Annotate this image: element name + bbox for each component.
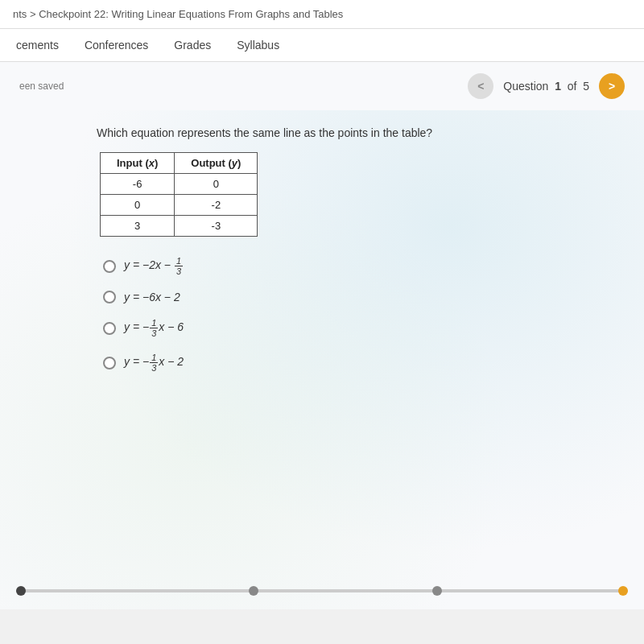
table-row: 3-3 bbox=[101, 216, 258, 237]
radio-c[interactable] bbox=[103, 322, 116, 335]
question-body: Which equation represents the same line … bbox=[0, 110, 644, 390]
data-table: Input (x) Output (y) -600-23-3 bbox=[100, 152, 258, 237]
nav-tabs: cements Conferences Grades Syllabus bbox=[0, 29, 644, 62]
tab-conferences[interactable]: Conferences bbox=[85, 39, 148, 61]
progress-dot-mid2 bbox=[432, 586, 442, 596]
saved-status: een saved bbox=[19, 80, 64, 92]
table-header-x: Input (x) bbox=[101, 153, 175, 174]
prev-question-button[interactable]: < bbox=[468, 73, 493, 99]
choice-d[interactable]: y = −13x − 2 bbox=[103, 353, 580, 373]
question-label: Question 1 of 5 bbox=[503, 80, 589, 93]
tab-grades[interactable]: Grades bbox=[174, 39, 211, 61]
question-nav: < Question 1 of 5 > bbox=[468, 73, 625, 99]
choice-a-text: y = −2x − 13 bbox=[124, 256, 184, 276]
progress-bar bbox=[0, 588, 644, 593]
progress-dot-end bbox=[618, 586, 628, 596]
radio-a[interactable] bbox=[103, 260, 116, 273]
answer-choices: y = −2x − 13 y = −6x − 2 y = −13x − 6 bbox=[103, 256, 580, 374]
question-text: Which equation represents the same line … bbox=[97, 126, 580, 139]
choice-a[interactable]: y = −2x − 13 bbox=[103, 256, 580, 276]
progress-track bbox=[16, 589, 628, 592]
chevron-left-icon: < bbox=[477, 80, 484, 93]
next-question-button[interactable]: > bbox=[599, 73, 625, 99]
choice-b-text: y = −6x − 2 bbox=[124, 291, 180, 303]
chevron-right-icon: > bbox=[609, 80, 615, 93]
choice-b[interactable]: y = −6x − 2 bbox=[103, 291, 580, 303]
breadcrumb: nts > Checkpoint 22: Writing Linear Equa… bbox=[0, 0, 644, 29]
table-row: -60 bbox=[101, 174, 258, 195]
main-content: een saved < Question 1 of 5 > Which equa… bbox=[0, 62, 644, 609]
choice-c[interactable]: y = −13x − 6 bbox=[103, 318, 580, 338]
tab-assignments[interactable]: cements bbox=[16, 39, 59, 61]
table-header-y: Output (y) bbox=[175, 153, 258, 174]
radio-b[interactable] bbox=[103, 291, 116, 303]
progress-dot-mid1 bbox=[249, 586, 258, 596]
choice-c-text: y = −13x − 6 bbox=[124, 318, 184, 338]
tab-syllabus[interactable]: Syllabus bbox=[237, 39, 279, 61]
choice-d-text: y = −13x − 2 bbox=[124, 353, 184, 373]
progress-dot-start bbox=[16, 586, 26, 596]
question-header: een saved < Question 1 of 5 > bbox=[0, 62, 644, 110]
table-row: 0-2 bbox=[101, 195, 258, 216]
radio-d[interactable] bbox=[103, 357, 116, 369]
